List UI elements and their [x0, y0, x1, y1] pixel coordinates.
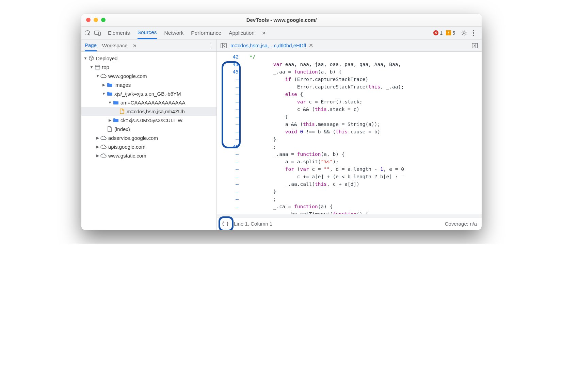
- settings-icon[interactable]: [460, 29, 468, 37]
- svg-rect-6: [95, 65, 100, 69]
- svg-point-4: [473, 32, 474, 34]
- tree-domain-google[interactable]: www.google.com: [81, 71, 216, 80]
- traffic-lights: [86, 18, 106, 22]
- tree-domain-adservice[interactable]: adservice.google.com: [81, 133, 216, 142]
- file-tree: Deployed top www.google.com images: [81, 52, 216, 230]
- cloud-icon: [100, 152, 107, 159]
- warning-count: 5: [452, 30, 455, 36]
- resize-handle[interactable]: [217, 214, 482, 217]
- more-tabs-button[interactable]: »: [262, 27, 266, 39]
- close-window-button[interactable]: [86, 18, 91, 22]
- cloud-icon: [100, 135, 107, 141]
- cloud-icon: [100, 144, 107, 150]
- tree-label: www.google.com: [108, 73, 147, 79]
- tree-folder-images[interactable]: images: [81, 80, 216, 89]
- window-title: DevTools - www.google.com/: [81, 17, 482, 23]
- file-icon: [107, 126, 113, 132]
- tree-label: adservice.google.com: [108, 135, 158, 141]
- tree-folder-ck[interactable]: ck=xjs.s.0Mx5ys3sCUI.L.W.: [81, 116, 216, 125]
- svg-point-5: [473, 35, 474, 36]
- tab-performance[interactable]: Performance: [191, 27, 221, 39]
- tree-label: am=CAAAAAAAAAAAAAAA: [120, 100, 186, 105]
- inspect-element-icon[interactable]: [84, 29, 92, 37]
- code-content[interactable]: */ var eaa, naa, jaa, oaa, paa, qaa, Aaa…: [246, 52, 482, 214]
- folder-icon: [113, 99, 119, 105]
- folder-icon: [113, 117, 119, 123]
- pretty-print-button[interactable]: [222, 220, 229, 228]
- tree-domain-gstatic[interactable]: www.gstatic.com: [81, 151, 216, 160]
- error-badge[interactable]: ✕ 1: [433, 30, 443, 36]
- file-tab-bar: m=cdos,hsm,jsa,…c,dtl0hd,eHDfl ✕: [217, 39, 482, 52]
- line-gutter[interactable]: 424345–––––––––46–––––––––: [217, 52, 246, 214]
- file-icon: [119, 108, 125, 114]
- close-file-tab-icon[interactable]: ✕: [309, 42, 313, 49]
- navigator-pane: Page Workspace » ⋮ Deployed top: [81, 39, 217, 230]
- editor-pane: m=cdos,hsm,jsa,…c,dtl0hd,eHDfl ✕ 424345–…: [217, 39, 482, 230]
- cursor-position: Line 1, Column 1: [234, 221, 272, 227]
- code-editor[interactable]: 424345–––––––––46––––––––– */ var eaa, n…: [217, 52, 482, 214]
- tree-label: (index): [114, 126, 130, 132]
- toggle-debugger-icon[interactable]: [471, 42, 479, 50]
- tab-sources[interactable]: Sources: [138, 27, 157, 39]
- navigator-tabs: Page Workspace » ⋮: [81, 39, 216, 52]
- nav-tab-workspace[interactable]: Workspace: [102, 39, 128, 51]
- tree-folder-xjs[interactable]: xjs/_/js/k=xjs.s.en_GB.-b6YM: [81, 89, 216, 98]
- tree-label: top: [102, 64, 109, 70]
- tree-deployed[interactable]: Deployed: [81, 54, 216, 63]
- tab-network[interactable]: Network: [164, 27, 184, 39]
- toggle-navigator-icon[interactable]: [220, 42, 228, 50]
- tree-file-index[interactable]: (index): [81, 125, 216, 133]
- maximize-window-button[interactable]: [101, 18, 106, 22]
- more-options-icon[interactable]: [469, 29, 478, 37]
- folder-icon: [107, 91, 113, 97]
- titlebar: DevTools - www.google.com/: [81, 14, 482, 27]
- devtools-window: DevTools - www.google.com/ Elements Sour…: [81, 14, 482, 230]
- tree-label: apis.google.com: [108, 144, 145, 150]
- tree-label: Deployed: [96, 55, 117, 61]
- tab-application[interactable]: Application: [229, 27, 255, 39]
- navigator-options-icon[interactable]: ⋮: [207, 42, 213, 49]
- tree-label: m=cdos,hsm,jsa,mb4ZUb: [127, 109, 184, 114]
- cube-icon: [88, 55, 94, 61]
- nav-tab-page[interactable]: Page: [85, 39, 97, 51]
- svg-rect-2: [98, 32, 100, 35]
- tree-top[interactable]: top: [81, 63, 216, 71]
- status-bar: Line 1, Column 1 Coverage: n/a: [217, 217, 482, 230]
- device-toolbar-icon[interactable]: [94, 29, 102, 37]
- minimize-window-button[interactable]: [94, 18, 98, 22]
- main-toolbar: Elements Sources Network Performance App…: [81, 27, 482, 39]
- content: Page Workspace » ⋮ Deployed top: [81, 39, 482, 230]
- panel-tabs: Elements Sources Network Performance App…: [108, 27, 266, 39]
- warning-icon: !: [446, 30, 451, 35]
- more-nav-tabs-button[interactable]: »: [133, 39, 136, 51]
- cloud-icon: [100, 73, 107, 79]
- frame-icon: [94, 64, 100, 70]
- coverage-status: Coverage: n/a: [445, 221, 477, 227]
- tab-elements[interactable]: Elements: [108, 27, 130, 39]
- tree-label: xjs/_/js/k=xjs.s.en_GB.-b6YM: [114, 91, 181, 97]
- error-count: 1: [440, 30, 443, 36]
- tree-label: images: [114, 82, 131, 88]
- tree-folder-am[interactable]: am=CAAAAAAAAAAAAAAA: [81, 98, 216, 107]
- folder-icon: [107, 82, 113, 88]
- tree-domain-apis[interactable]: apis.google.com: [81, 142, 216, 151]
- error-icon: ✕: [433, 30, 438, 35]
- file-tab[interactable]: m=cdos,hsm,jsa,…c,dtl0hd,eHDfl: [230, 43, 306, 48]
- svg-point-3: [473, 30, 474, 31]
- tree-label: ck=xjs.s.0Mx5ys3sCUI.L.W.: [120, 117, 183, 123]
- warning-badge[interactable]: ! 5: [446, 30, 455, 36]
- tree-label: www.gstatic.com: [108, 153, 146, 159]
- tree-file-selected[interactable]: m=cdos,hsm,jsa,mb4ZUb: [81, 107, 216, 116]
